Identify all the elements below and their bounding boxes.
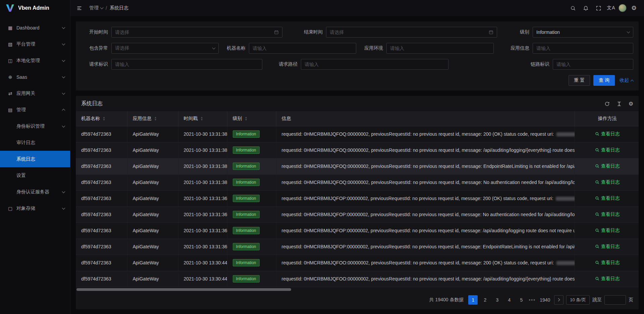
page-button-3[interactable]: 3 [492, 295, 502, 305]
view-log-button[interactable]: 查看日志 [595, 131, 620, 137]
sidebar-item-身份认证服务器[interactable]: 身份认证服务器 [0, 184, 70, 200]
log-message: requestId: 0HMCRBM8JQFOO:00000002, previ… [282, 260, 555, 265]
level-badge: Information [233, 146, 260, 154]
user-avatar[interactable] [619, 4, 627, 12]
sidebar-item-Dashboard[interactable]: ▦Dashboard [0, 19, 70, 36]
page-button-1[interactable]: 1 [468, 295, 478, 305]
sidebar-item-label: 本地化管理 [16, 58, 62, 64]
include-exception-select[interactable]: 请选择 [111, 43, 219, 54]
cell-actions: 查看日志 [575, 239, 639, 255]
cell-machine-name: df5974d72363 [76, 255, 127, 271]
pagination: 共 19400 条数据 12345•••1940 10 条/页 跳至 页 [76, 291, 639, 309]
filter-include-exception: 包含异常 请选择 [81, 43, 219, 54]
start-time-input[interactable] [111, 27, 282, 38]
refresh-icon[interactable] [604, 101, 610, 107]
breadcrumb-root[interactable]: 管理 [89, 5, 103, 11]
next-page-button[interactable] [554, 295, 564, 305]
page-button-2[interactable]: 2 [480, 295, 490, 305]
chevron-down-icon [627, 30, 630, 33]
column-header-2[interactable]: 应用信息▲▼ [127, 111, 178, 126]
app-env-input[interactable] [386, 43, 494, 54]
sort-icons[interactable]: ▲▼ [103, 116, 105, 121]
filter-row-1: 开始时间 结束时间 [81, 27, 633, 38]
jump-page-input[interactable] [604, 295, 626, 305]
cell-actions: 查看日志 [575, 271, 639, 287]
menu-fold-icon[interactable] [74, 3, 85, 13]
sidebar-item-平台管理[interactable]: ▧平台管理 [0, 36, 70, 52]
sidebar-item-应用网关[interactable]: ⇄应用网关 [0, 85, 70, 102]
view-log-button[interactable]: 查看日志 [595, 195, 620, 201]
sidebar-item-身份标识管理[interactable]: 身份标识管理 [0, 118, 70, 134]
view-log-button[interactable]: 查看日志 [595, 244, 620, 250]
sidebar-item-审计日志[interactable]: 审计日志 [0, 134, 70, 151]
language-translate-icon[interactable]: 文A [606, 3, 616, 13]
cell-timestamp: 2021-10-30 13:30:44 [178, 255, 227, 271]
cell-timestamp: 2021-10-30 13:31:38 [178, 142, 227, 158]
trace-id-input[interactable] [553, 59, 633, 70]
machine-name-input[interactable] [249, 43, 356, 54]
search-icon[interactable] [568, 3, 578, 13]
settings-gear-icon[interactable]: ⚙ [629, 3, 639, 13]
page-button-5[interactable]: 5 [517, 295, 526, 305]
chevron-down-icon [62, 124, 65, 127]
column-header-4[interactable]: 级别▲▼ [227, 111, 276, 126]
logo[interactable]: Vben Admin [0, 0, 70, 16]
page-button-1940[interactable]: 1940 [538, 295, 551, 305]
query-button[interactable]: 查 询 [593, 75, 615, 86]
cell-message: requestId: 0HMCRBM8JQFOQ:00000002, previ… [276, 174, 575, 190]
sidebar-item-本地化管理[interactable]: ◫本地化管理 [0, 52, 70, 69]
request-id-input[interactable] [111, 59, 262, 70]
view-log-button[interactable]: 查看日志 [595, 179, 620, 185]
sidebar: Vben Admin ▦Dashboard▧平台管理◫本地化管理⊕Saas⇄应用… [0, 0, 70, 314]
end-time-input[interactable] [326, 27, 497, 38]
level-badge: Information [233, 195, 260, 202]
fullscreen-icon[interactable] [593, 3, 604, 13]
sort-icons[interactable]: ▲▼ [245, 116, 248, 121]
sidebar-item-对象存储[interactable]: ▢对象存储 [0, 200, 70, 216]
jump-prefix-label: 跳至 [592, 297, 602, 303]
redacted-text [556, 132, 575, 136]
cell-actions: 查看日志 [575, 206, 639, 223]
page-button-4[interactable]: 4 [504, 295, 514, 305]
column-header-3[interactable]: 时间戳▲▼ [178, 111, 227, 126]
sort-icons[interactable]: ▲▼ [154, 116, 157, 121]
table-row: df5974d72363ApiGateWay2021-10-30 13:31:3… [76, 223, 639, 239]
view-log-button[interactable]: 查看日志 [595, 211, 620, 217]
view-log-button[interactable]: 查看日志 [595, 260, 620, 266]
scrollbar-thumb[interactable] [76, 288, 291, 291]
sidebar-item-设置[interactable]: 设置 [0, 167, 70, 184]
sidebar-item-管理[interactable]: ▤管理 [0, 102, 70, 118]
sort-icons[interactable]: ▲▼ [201, 116, 203, 121]
platform-icon: ▧ [7, 42, 13, 47]
table-settings-gear-icon[interactable]: ⚙ [629, 101, 633, 107]
sidebar-item-系统日志[interactable]: 系统日志 [0, 151, 70, 167]
app-root: Vben Admin ▦Dashboard▧平台管理◫本地化管理⊕Saas⇄应用… [0, 0, 644, 314]
collapse-toggle[interactable]: 收起 [620, 77, 633, 83]
view-log-button[interactable]: 查看日志 [595, 228, 620, 234]
page-ellipsis[interactable]: ••• [529, 297, 536, 303]
filter-start-time: 开始时间 [81, 27, 282, 38]
log-message: requestId: 0HMCRBM8JQFOP:00000002, previ… [282, 196, 555, 201]
sidebar-item-label: 应用网关 [16, 90, 62, 97]
admin-icon: ▤ [7, 107, 13, 113]
reset-button[interactable]: 重 置 [569, 75, 590, 86]
calendar-icon [489, 30, 493, 35]
vben-logo-icon [5, 3, 15, 13]
page-size-select[interactable]: 10 条/页 [566, 295, 590, 305]
cell-actions: 查看日志 [575, 174, 639, 190]
table-row: df5974d72363ApiGateWay2021-10-30 13:30:4… [76, 271, 639, 287]
view-log-button[interactable]: 查看日志 [595, 163, 620, 169]
sidebar-item-Saas[interactable]: ⊕Saas [0, 69, 70, 85]
cell-machine-name: df5974d72363 [76, 142, 127, 158]
filter-row-3: 请求标识 请求路径 链路标识 [81, 59, 633, 70]
level-select[interactable]: Information [533, 27, 633, 38]
column-height-icon[interactable] [616, 101, 622, 107]
request-path-input[interactable] [301, 59, 448, 70]
sidebar-item-label: 身份认证服务器 [16, 189, 62, 195]
table-title: 系统日志 [81, 100, 103, 107]
column-header-1[interactable]: 机器名称▲▼ [76, 111, 127, 126]
notification-bell-icon[interactable] [580, 3, 591, 13]
app-info-input[interactable] [533, 43, 633, 54]
view-log-button[interactable]: 查看日志 [595, 276, 620, 282]
view-log-button[interactable]: 查看日志 [595, 147, 620, 153]
